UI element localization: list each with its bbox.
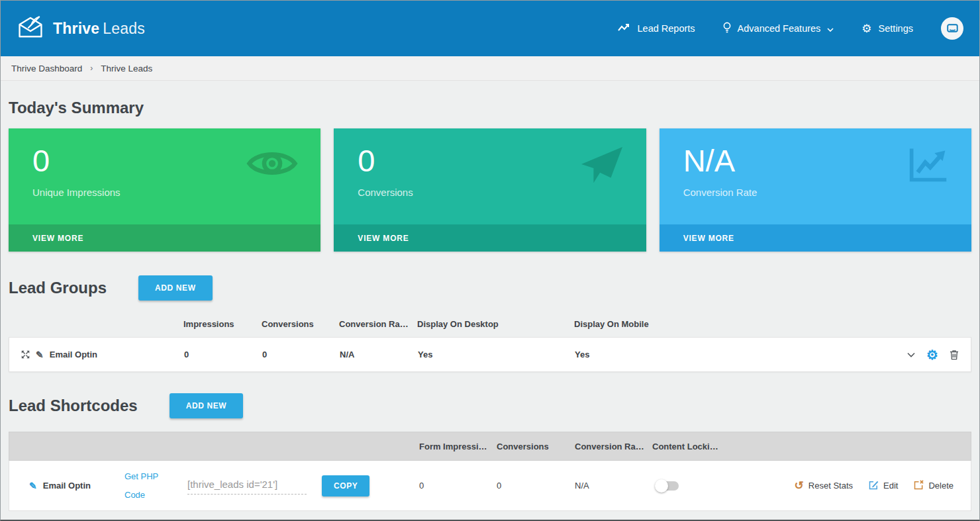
shortcode-input[interactable] — [187, 477, 307, 495]
content-locking-cell — [652, 481, 784, 491]
group-settings-gear-icon[interactable]: ⚙ — [926, 348, 938, 361]
toggle-knob — [655, 479, 668, 493]
get-php-code-link[interactable]: Get PHP Code — [124, 467, 167, 504]
delete-trash-icon[interactable] — [950, 350, 959, 360]
lead-groups-title: Lead Groups — [9, 279, 107, 297]
column-header-content-locking: Content Locki… — [652, 442, 784, 451]
brand-name: ThriveLeads — [53, 20, 145, 38]
drag-move-icon[interactable] — [21, 350, 30, 359]
card-body: 0 Conversions — [334, 128, 646, 224]
view-more-impressions-button[interactable]: VIEW MORE — [9, 224, 320, 252]
breadcrumb-thrive-dashboard[interactable]: Thrive Dashboard — [11, 64, 82, 73]
content-locking-toggle[interactable] — [656, 481, 679, 491]
card-conversions: 0 Conversions VIEW MORE — [334, 128, 646, 252]
main-content: Today's Summary 0 Unique Impressions VIE… — [1, 81, 979, 511]
copy-shortcode-button[interactable]: COPY — [322, 475, 369, 497]
lead-group-row-email-optin: ✎ Email Optin 0 0 N/A Yes Yes ⚙ — [9, 337, 971, 372]
chart-increase-icon — [908, 146, 949, 187]
column-header-conversions: Conversions — [262, 319, 339, 329]
add-new-shortcode-button[interactable]: ADD NEW — [170, 393, 244, 418]
shortcode-name: Email Optin — [43, 481, 91, 491]
chat-screen-icon — [947, 24, 958, 34]
column-header-form-impressions: Form Impressi… — [419, 442, 497, 451]
rename-pencil-icon[interactable]: ✎ — [29, 481, 37, 491]
edit-button[interactable]: Edit — [869, 480, 898, 492]
thrive-leads-dashboard: ThriveLeads Lead Reports — [0, 0, 980, 521]
nav-item-settings[interactable]: ⚙ Settings — [861, 23, 913, 34]
lead-group-actions: ⚙ — [898, 348, 971, 361]
card-unique-impressions: 0 Unique Impressions VIEW MORE — [9, 128, 320, 252]
undo-reset-icon: ↺ — [795, 480, 804, 491]
column-header-display-mobile: Display On Mobile — [574, 319, 899, 329]
shortcode-actions: ↺ Reset Stats Edit — [784, 480, 971, 492]
view-more-conversion-rate-button[interactable]: VIEW MORE — [660, 224, 971, 252]
column-header-conversion-rate: Conversion Ra… — [575, 442, 652, 451]
shortcode-row-email-optin: ✎ Email Optin Get PHP Code COPY 0 0 N/A … — [9, 461, 971, 511]
card-conversion-rate: N/A Conversion Rate VIEW MORE — [660, 128, 971, 252]
lead-group-conversions: 0 — [262, 350, 340, 359]
edit-square-icon — [869, 480, 879, 492]
shortcode-conversions: 0 — [497, 481, 575, 491]
column-header-impressions: Impressions — [183, 319, 262, 329]
lightbulb-icon — [723, 22, 731, 36]
get-php-code-cell: Get PHP Code — [124, 467, 187, 504]
copy-cell: COPY — [322, 475, 419, 497]
nav-label-settings: Settings — [879, 23, 913, 34]
breadcrumb: Thrive Dashboard › Thrive Leads — [1, 56, 979, 81]
paper-plane-icon — [580, 146, 624, 189]
card-body: 0 Unique Impressions — [9, 128, 320, 224]
summary-cards: 0 Unique Impressions VIEW MORE 0 Con — [9, 128, 971, 252]
shortcode-cell — [187, 477, 322, 495]
eye-icon — [246, 146, 298, 184]
lead-group-impressions: 0 — [184, 350, 262, 359]
conversion-rate-label: Conversion Rate — [683, 187, 948, 198]
brand-logo[interactable]: ThriveLeads — [17, 15, 145, 42]
view-more-conversions-button[interactable]: VIEW MORE — [334, 224, 646, 252]
line-chart-icon — [618, 23, 631, 34]
navbar-menu: Lead Reports Advanced Features ⚙ Setting… — [618, 17, 963, 40]
chevron-down-icon — [827, 23, 834, 34]
nav-item-lead-reports[interactable]: Lead Reports — [618, 23, 695, 34]
nav-item-advanced-features[interactable]: Advanced Features — [723, 22, 834, 36]
nav-label-advanced-features: Advanced Features — [738, 23, 821, 34]
column-header-conversions: Conversions — [497, 442, 575, 451]
lead-shortcodes-title: Lead Shortcodes — [9, 397, 138, 415]
column-header-conversion-rate: Conversion Ra… — [339, 319, 417, 329]
top-navbar: ThriveLeads Lead Reports — [1, 1, 979, 56]
lead-group-name-cell: ✎ Email Optin — [9, 350, 184, 359]
shortcode-conversion-rate: N/A — [575, 481, 652, 491]
add-new-lead-group-button[interactable]: ADD NEW — [138, 275, 213, 301]
breadcrumb-separator: › — [90, 64, 93, 73]
reset-stats-button[interactable]: ↺ Reset Stats — [795, 480, 853, 491]
todays-summary-title: Today's Summary — [9, 81, 971, 117]
lead-groups-column-headers: Impressions Conversions Conversion Ra… D… — [9, 319, 971, 337]
gear-icon: ⚙ — [861, 23, 871, 34]
rename-pencil-icon[interactable]: ✎ — [36, 350, 44, 359]
lead-group-name: Email Optin — [50, 350, 97, 359]
nav-label-lead-reports: Lead Reports — [638, 23, 695, 34]
card-body: N/A Conversion Rate — [660, 128, 971, 224]
envelope-quill-logo-icon — [17, 15, 44, 42]
delete-square-icon — [914, 480, 924, 492]
expand-chevron-down-icon[interactable] — [907, 352, 915, 357]
lead-group-display-mobile: Yes — [575, 350, 898, 359]
shortcode-form-impressions: 0 — [419, 481, 497, 491]
lead-group-conversion-rate: N/A — [340, 350, 418, 359]
column-header-display-desktop: Display On Desktop — [417, 319, 574, 329]
lead-groups-header: Lead Groups ADD NEW — [9, 275, 971, 301]
lead-group-display-desktop: Yes — [418, 350, 575, 359]
delete-button[interactable]: Delete — [914, 480, 954, 492]
breadcrumb-thrive-leads[interactable]: Thrive Leads — [101, 64, 152, 73]
lead-shortcodes-column-headers: Form Impressi… Conversions Conversion Ra… — [9, 432, 971, 461]
unique-impressions-label: Unique Impressions — [32, 187, 297, 198]
shortcode-name-cell: ✎ Email Optin — [9, 481, 124, 491]
help-tutorials-button[interactable] — [941, 17, 963, 40]
lead-shortcodes-header: Lead Shortcodes ADD NEW — [9, 393, 971, 418]
